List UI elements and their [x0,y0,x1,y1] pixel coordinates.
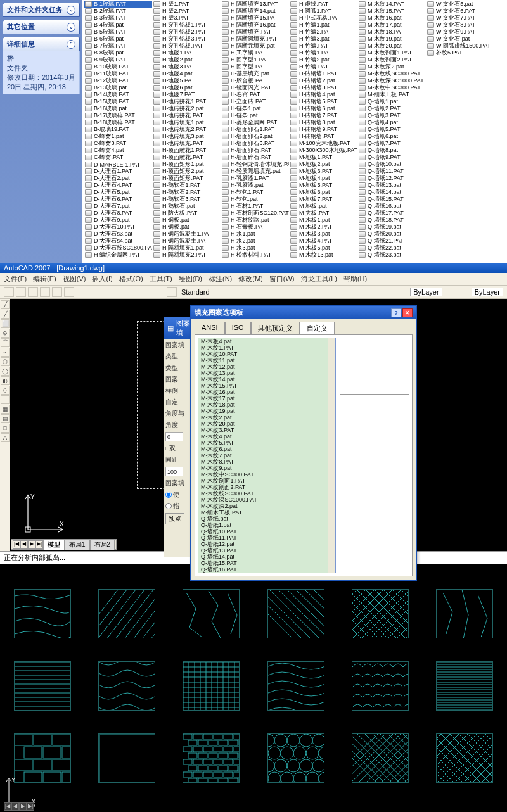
draw-tool-button[interactable]: ╱ [1,300,10,309]
pattern-swatch[interactable] [14,661,71,711]
file-item[interactable]: H-水2.pat [221,238,289,244]
tab-nav-last[interactable]: ▶| [35,540,43,549]
file-item[interactable]: C-蜂窝1.pat [84,133,152,140]
file-item[interactable]: H-地毯4.pat [152,70,221,77]
file-item[interactable]: H-轻钢龙骨墙体填充.PAT [221,161,289,168]
file-item[interactable]: Q-墙纸19.pat [357,224,426,231]
hatch-input[interactable] [165,467,183,476]
file-item[interactable]: H-壁3.PAT [152,15,221,22]
file-item[interactable]: M-细木工板.PAT [357,91,426,98]
file-item[interactable]: H-砖钢墙5.PAT [289,98,357,105]
file-item[interactable]: M-地板2.pat [289,161,357,168]
pattern-swatch[interactable] [98,661,155,711]
file-item[interactable]: M-木纹13.pat [289,251,357,258]
menu-item[interactable]: 插入(I) [92,274,112,284]
file-item[interactable]: H-软包.pat [221,196,289,203]
file-item[interactable]: H-地砖填充1.pat [152,119,221,126]
file-item[interactable]: H-地毯5.PAT [152,77,221,84]
file-item[interactable]: H-砖钢墙8.pat [289,119,357,126]
tab-layout1[interactable]: 布局1 [65,539,90,550]
file-item[interactable]: D-大理石8.PAT [84,210,152,217]
file-item[interactable]: H-石材剖面SC120.PAT [221,210,289,217]
file-item[interactable]: H-砖钢墙2.pat [289,77,357,84]
menu-item[interactable]: 窗口(W) [269,274,295,284]
pattern-swatch[interactable] [98,589,155,638]
file-item[interactable]: H-墙面卵石1.PAT [221,126,289,133]
pattern-list-item[interactable]: M-木纹7.pat [198,452,328,459]
menu-item[interactable]: 帮助(H) [343,274,367,284]
palette-titlebar[interactable]: 填充图案选项板 ? ✕ [191,306,416,319]
file-item[interactable]: H-软包1.PAT [221,189,289,196]
file-item[interactable]: H-中式花格.PAT [289,15,357,22]
file-item[interactable]: D-大理石9.pat [84,217,152,224]
file-item[interactable]: H-松散材料.PAT [221,251,289,258]
file-item[interactable]: B-2玻璃.PAT [84,8,152,15]
pattern-swatch[interactable] [352,733,409,783]
pattern-swatch[interactable] [267,589,324,638]
file-item[interactable]: H-地砖拼花.PAT [152,112,221,119]
file-item[interactable]: Q-墙纸3.PAT [357,112,426,119]
file-item[interactable]: H-乳胶漆.pat [221,182,289,189]
file-item[interactable]: H-防火板.PAT [152,210,221,217]
file-item[interactable]: H-水3.pat [221,244,289,251]
file-item[interactable]: D-大理石10.PAT [84,224,152,231]
file-item[interactable]: H-鹅软石.pat [152,203,221,210]
file-item[interactable]: Q-墙纸23.pat [357,251,426,258]
draw-tool-button[interactable]: ▤ [1,414,10,423]
file-item[interactable]: H-钢筋混凝土1.PAT [152,231,221,238]
menu-item[interactable]: 修改(M) [238,274,263,284]
file-item[interactable]: H-乳胶漆1.PAT [221,175,289,182]
pattern-swatch[interactable] [436,733,493,783]
file-item[interactable]: B-玻璃19.PAT [84,126,152,133]
layer-combo[interactable]: ByLayer [410,288,442,296]
scrollbar[interactable] [328,338,335,573]
tab-model[interactable]: 模型 [43,539,65,550]
file-item[interactable]: D-MARBLE-1.PAT [84,161,152,168]
tab-nav-prev[interactable]: ◀ [20,540,28,549]
file-item[interactable]: D-大理石5.pat [84,189,152,196]
file-item[interactable]: H-鹅软石1.PAT [152,182,221,189]
file-item[interactable]: B-4玻璃.pat [84,22,152,29]
file-item[interactable]: H-卷帘.PAT [221,91,289,98]
pattern-list-item[interactable]: M-木纹9.pat [198,465,328,471]
pattern-list-item[interactable]: M-木纹1.PAT [198,345,328,351]
pattern-list-item[interactable]: Q-墙纸1.pat [198,522,328,528]
file-item[interactable]: H-胶合板.PAT [221,77,289,84]
tab-nav-first[interactable]: |◀ [13,540,20,549]
pattern-swatch[interactable] [267,733,324,783]
file-item[interactable]: H-顶面矩形2.pat [152,168,221,175]
tab-nav-prev[interactable]: ◀ [11,802,19,811]
file-item[interactable]: H-隔断元填充.pat [221,42,289,49]
file-item[interactable]: H-穿孔铝板2.PAT [152,29,221,35]
file-item[interactable]: Q-墙纸10.pat [357,161,426,168]
pattern-list-item[interactable]: M-木纹16.pat [198,389,328,395]
file-item[interactable]: H-石膏板.PAT [221,224,289,231]
draw-tool-button[interactable]: ⌒ [1,338,10,347]
file-item[interactable]: H-编织金属网.PAT [84,251,152,258]
menu-item[interactable]: 标注(N) [209,274,232,284]
toolbar-button[interactable] [167,287,177,297]
menu-item[interactable]: 文件(F) [4,274,27,284]
file-item[interactable]: B-7玻璃.PAT [84,42,152,49]
toolbar-button[interactable] [4,287,14,297]
draw-tool-button[interactable]: □ [1,424,10,433]
tab-nav-last[interactable]: ▶| [27,802,34,811]
toolbar-button[interactable] [52,287,62,297]
pattern-swatch[interactable] [436,589,493,638]
file-item[interactable]: H-壁2.PAT [152,8,221,15]
file-item[interactable]: H-地砖填充.PAT [152,140,221,147]
file-item[interactable]: H-链条.pat [221,112,289,119]
pattern-list-item[interactable]: Q-墙纸.pat [198,516,328,522]
file-item[interactable]: D-大理石7.pat [84,203,152,210]
file-item[interactable]: C-蜂窝3.PAT [84,140,152,147]
toolbar-button[interactable] [16,287,26,297]
places-panel-header[interactable]: 其它位置 ⌄ [3,20,80,34]
file-item[interactable]: W-文化石.pat [426,35,494,42]
file-item[interactable]: W-文化石5.pat [426,1,494,8]
preview-button[interactable]: 预览 [165,513,184,524]
file-item[interactable]: W-文化石9.PAT [426,29,494,35]
file-item[interactable]: H-隔断填充15.PAT [221,15,289,22]
file-item[interactable]: M-木纹20.pat [357,42,426,49]
file-item[interactable]: M-木纹16.pat [357,15,426,22]
hatch-radio[interactable] [165,492,172,498]
